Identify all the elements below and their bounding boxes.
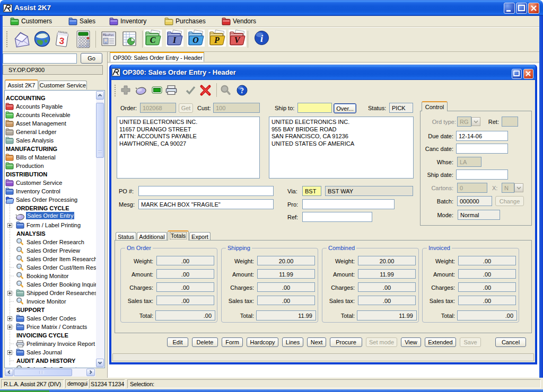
svg-text:?: ? <box>240 87 244 95</box>
svg-text:O: O <box>192 35 199 44</box>
svg-text:V: V <box>234 35 241 44</box>
svg-text:i: i <box>260 33 264 44</box>
svg-text:P: P <box>214 35 220 44</box>
svg-text:I: I <box>172 35 177 44</box>
svg-text:C: C <box>150 35 156 44</box>
